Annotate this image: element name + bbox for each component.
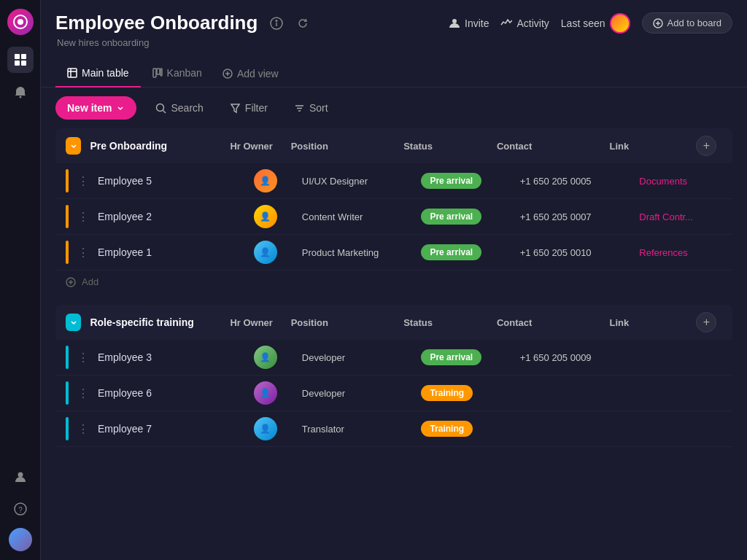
svg-rect-20 [153, 69, 156, 77]
employee-name: Employee 6 [98, 387, 229, 399]
add-column-button-1[interactable]: + [696, 136, 716, 156]
table-row: ⋮ Employee 5 👤 UI/UX Designer Pre arriva… [55, 163, 732, 199]
status-badge: Pre arrival [421, 173, 481, 189]
sidebar-item-person[interactable] [7, 464, 34, 490]
employee-link[interactable]: Documents [639, 176, 722, 187]
status-badge: Training [421, 385, 473, 401]
user-avatar-sidebar[interactable] [9, 528, 32, 551]
svg-point-1 [18, 19, 23, 25]
svg-rect-5 [21, 61, 26, 66]
page-title: Employee Onboarding [55, 12, 258, 34]
hr-owner-avatar: 👤 [238, 346, 293, 369]
svg-rect-3 [21, 54, 26, 59]
app-logo[interactable] [7, 9, 34, 35]
sidebar-item-grid[interactable] [7, 47, 34, 73]
hr-owner-avatar: 👤 [238, 381, 293, 405]
svg-text:?: ? [18, 506, 23, 514]
employee-status: Training [421, 421, 511, 437]
status-badge: Pre arrival [421, 244, 481, 260]
table-row: ⋮ Employee 3 👤 Developer Pre arrival +1 … [55, 340, 732, 376]
employee-link[interactable]: References [639, 247, 722, 258]
hr-owner-avatar: 👤 [238, 241, 293, 264]
employee-status: Pre arrival [421, 173, 511, 189]
col-contact-2: Contact [497, 317, 601, 328]
sidebar-item-bell[interactable] [7, 79, 34, 105]
new-item-button[interactable]: New item [55, 96, 136, 120]
employee-position: Developer [302, 388, 413, 399]
add-to-board-button[interactable]: Add to board [642, 12, 732, 34]
employee-position: Developer [302, 352, 413, 363]
row-color-indicator [66, 346, 69, 369]
tab-add-view[interactable]: Add view [214, 61, 287, 87]
row-color-indicator [66, 417, 69, 440]
col-status-1: Status [403, 141, 488, 152]
header: Employee Onboarding [41, 0, 747, 54]
svg-rect-17 [68, 69, 77, 77]
add-row-button-1[interactable]: Add [55, 271, 732, 293]
employee-status: Pre arrival [421, 349, 511, 365]
col-position-1: Position [291, 141, 395, 152]
table-row: ⋮ Employee 1 👤 Product Marketing Pre arr… [55, 235, 732, 271]
row-menu-button[interactable]: ⋮ [77, 351, 89, 365]
header-icons [266, 13, 313, 34]
collapse-button-pre-onboarding[interactable] [66, 137, 81, 155]
employee-name: Employee 5 [98, 175, 229, 187]
section-header-pre-onboarding: Pre Onboarding Hr Owner Position Status … [55, 128, 732, 163]
employee-contact: +1 650 205 0005 [520, 176, 631, 187]
svg-rect-2 [15, 54, 20, 59]
row-menu-button[interactable]: ⋮ [77, 422, 89, 436]
collapse-button-role-specific[interactable] [66, 314, 81, 331]
employee-contact: +1 650 205 0010 [520, 247, 631, 258]
tab-kanban[interactable]: Kanban [141, 60, 214, 88]
row-menu-button[interactable]: ⋮ [77, 174, 89, 188]
refresh-icon[interactable] [293, 13, 313, 34]
col-status-2: Status [403, 317, 488, 328]
filter-button[interactable]: Filter [222, 98, 275, 118]
sidebar-item-question[interactable]: ? [7, 496, 34, 522]
info-icon[interactable] [266, 13, 287, 34]
employee-status: Training [421, 385, 511, 401]
section-pre-onboarding: Pre Onboarding Hr Owner Position Status … [55, 128, 732, 293]
row-menu-button[interactable]: ⋮ [77, 210, 89, 224]
page-subtitle: New hires onboarding [55, 37, 732, 48]
invite-button[interactable]: Invite [449, 18, 489, 29]
activity-button[interactable]: Activity [500, 18, 549, 29]
row-menu-button[interactable]: ⋮ [77, 246, 89, 260]
sidebar: ? [0, 0, 41, 560]
last-seen: Last seen [561, 13, 630, 34]
svg-marker-28 [231, 104, 239, 112]
employee-name: Employee 3 [98, 351, 229, 363]
svg-point-12 [276, 20, 278, 21]
col-link-2: Link [609, 317, 687, 328]
table-row: ⋮ Employee 7 👤 Translator Training [55, 411, 732, 447]
svg-rect-4 [15, 61, 20, 66]
sort-button[interactable]: Sort [287, 98, 336, 118]
col-link-1: Link [609, 141, 687, 152]
employee-name: Employee 7 [98, 423, 229, 435]
section-role-specific-training: Role-specific training Hr Owner Position… [55, 305, 732, 447]
employee-contact: +1 650 205 0007 [520, 211, 631, 222]
col-position-2: Position [291, 317, 395, 328]
row-color-indicator [66, 241, 69, 264]
col-contact-1: Contact [497, 141, 601, 152]
hr-owner-avatar: 👤 [238, 417, 293, 440]
search-button[interactable]: Search [148, 98, 210, 118]
svg-rect-22 [160, 69, 162, 76]
tab-main-table[interactable]: Main table [55, 60, 141, 88]
section-header-role-specific: Role-specific training Hr Owner Position… [55, 305, 732, 340]
employee-status: Pre arrival [421, 209, 511, 225]
hr-owner-avatar: 👤 [238, 169, 293, 192]
row-menu-button[interactable]: ⋮ [77, 386, 89, 400]
svg-point-13 [452, 19, 457, 23]
section-title-role-specific: Role-specific training [90, 316, 221, 328]
main-content: Employee Onboarding [41, 0, 747, 560]
employee-name: Employee 1 [98, 246, 229, 258]
status-badge: Training [421, 421, 473, 437]
add-column-button-2[interactable]: + [696, 312, 716, 332]
employee-position: Product Marketing [302, 247, 413, 258]
employee-name: Employee 2 [98, 211, 229, 222]
content-area: Pre Onboarding Hr Owner Position Status … [41, 128, 747, 560]
hr-owner-avatar: 👤 [238, 205, 293, 228]
employee-link[interactable]: Draft Contr... [639, 211, 722, 222]
employee-position: UI/UX Designer [302, 176, 413, 187]
